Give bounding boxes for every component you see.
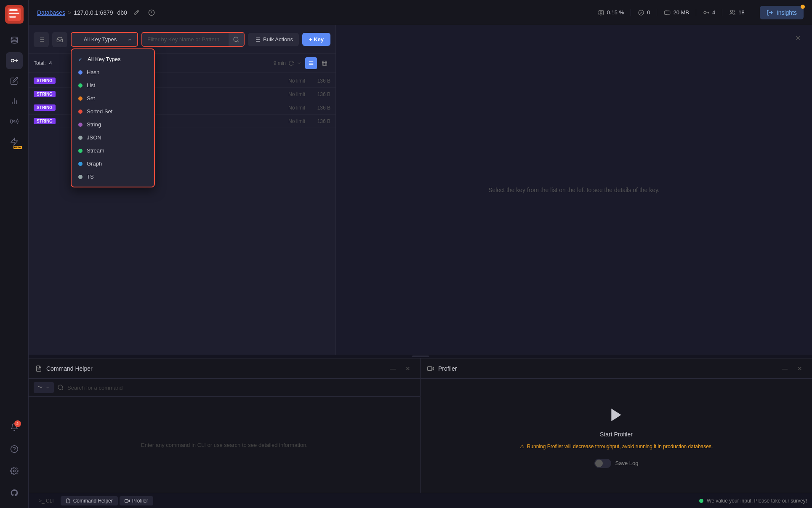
key-type-badge: STRING [34,104,56,111]
breadcrumb-host: 127.0.0.1:6379 [74,9,113,16]
svg-point-18 [704,11,706,13]
svg-rect-3 [9,16,16,18]
tab-command-helper[interactable]: Command Helper [61,496,118,505]
command-search-bar [29,379,420,397]
panel-divider[interactable] [29,355,812,358]
sidebar-item-databases[interactable] [6,32,23,49]
type-option-sorted-set[interactable]: Sorted Set [72,105,154,118]
list-view-button[interactable] [34,32,49,47]
type-option-all[interactable]: ✓ All Key Types [72,53,154,66]
command-helper-close[interactable]: ✕ [402,363,413,374]
search-button[interactable] [229,33,244,46]
type-option-hash[interactable]: Hash [72,66,154,79]
key-size: 136 B [309,78,330,84]
command-helper-minimize[interactable]: — [387,363,398,374]
insights-button[interactable]: Insights [760,6,804,19]
type-option-string[interactable]: String [72,118,154,131]
key-type-menu: ✓ All Key Types Hash List [71,48,155,187]
key-ttl: No limit [276,118,305,124]
stat-connected: 0 [631,9,657,16]
detail-close-button[interactable]: ✕ [792,32,804,44]
tab-cli[interactable]: >_ CLI [34,496,59,505]
svg-rect-36 [322,61,327,65]
svg-point-7 [13,120,15,122]
table-view-toggle[interactable] [319,57,330,69]
type-option-graph[interactable]: Graph [72,157,154,170]
status-bar: >_ CLI Command Helper Profiler [29,493,812,508]
profiler-tab-icon [125,498,130,503]
profiler-close[interactable]: ✕ [794,363,805,374]
breadcrumb: Databases > 127.0.0.1:6379 db0 [37,9,127,16]
svg-rect-17 [665,11,670,14]
sidebar-item-editor[interactable] [6,72,23,89]
type-option-set[interactable]: Set [72,92,154,105]
json-dot [78,136,83,140]
cmd-helper-tab-icon [66,498,71,503]
svg-marker-49 [611,409,621,421]
stat-clients: 18 [722,9,751,16]
key-type-button[interactable]: All Key Types [71,32,138,47]
start-profiler-button[interactable] [605,404,627,426]
svg-marker-47 [432,367,434,370]
command-helper-content: Enter any command in CLI or use search t… [29,397,420,493]
bulk-actions-button[interactable]: Bulk Actions [248,33,299,46]
sidebar-item-triggers[interactable] [6,133,23,150]
info-icon[interactable] [146,7,157,19]
refresh-info: 9 min [274,60,302,66]
type-option-json[interactable]: JSON [72,131,154,144]
sidebar-item-analytics[interactable] [6,93,23,110]
sidebar-item-help[interactable] [6,441,23,457]
profiler-minimize[interactable]: — [779,363,790,374]
type-option-list[interactable]: List [72,79,154,92]
graph-dot [78,162,83,166]
edit-connection-icon[interactable] [130,7,142,19]
profiler-warning: ⚠ Running Profiler will decrease through… [520,443,713,450]
command-filter-button[interactable] [34,382,54,393]
notification-badge: 2 [14,420,21,427]
databases-link[interactable]: Databases [37,9,65,16]
sidebar: 2 [0,0,29,508]
keys-stat-value: 4 [712,9,715,16]
sidebar-item-github[interactable] [6,484,23,501]
svg-rect-15 [600,12,602,13]
memory-value: 20 MB [673,9,689,16]
sidebar-item-keys[interactable] [6,52,23,69]
app-logo[interactable] [5,5,24,24]
feedback-text: We value your input. Please take our sur… [707,498,807,504]
detail-placeholder: Select the key from the list on the left… [488,187,660,193]
add-key-button[interactable]: + Key [302,33,330,46]
sidebar-item-notifications[interactable]: 2 [6,419,23,436]
insights-dot [801,5,805,9]
tree-view-button[interactable] [52,32,67,47]
key-type-dropdown[interactable]: All Key Types ✓ All Key Types [71,32,138,47]
svg-point-9 [11,446,18,453]
save-log-toggle[interactable] [594,459,611,468]
profiler-tab-label: Profiler [132,498,148,504]
check-icon: ✓ [78,56,83,62]
type-option-stream[interactable]: Stream [72,144,154,157]
key-size: 136 B [309,118,330,124]
topbar: Databases > 127.0.0.1:6379 db0 [29,0,812,25]
key-type-label: All Key Types [77,36,124,43]
command-search-input[interactable] [67,385,415,391]
stat-memory: 20 MB [657,9,696,16]
sidebar-item-pubsub[interactable] [6,113,23,130]
key-list-panel: All Key Types ✓ All Key Types [29,25,336,355]
save-log-label: Save Log [615,460,639,466]
svg-point-16 [639,10,644,15]
svg-marker-50 [128,500,130,502]
profiler-warning-text: Running Profiler will decrease throughpu… [527,443,713,450]
feedback-bar: We value your input. Please take our sur… [699,498,807,504]
type-option-ts[interactable]: TS [72,170,154,183]
tab-profiler[interactable]: Profiler [120,496,153,505]
view-toggle [305,57,330,69]
list-view-toggle[interactable] [305,57,317,69]
svg-rect-14 [599,10,603,15]
save-log-row: Save Log [594,459,639,468]
key-ttl: No limit [276,105,305,111]
profiler-title: Profiler [438,365,775,372]
total-count: 4 [49,60,52,66]
svg-rect-2 [9,13,19,14]
sidebar-item-settings[interactable] [6,463,23,479]
breadcrumb-separator: > [68,9,71,16]
